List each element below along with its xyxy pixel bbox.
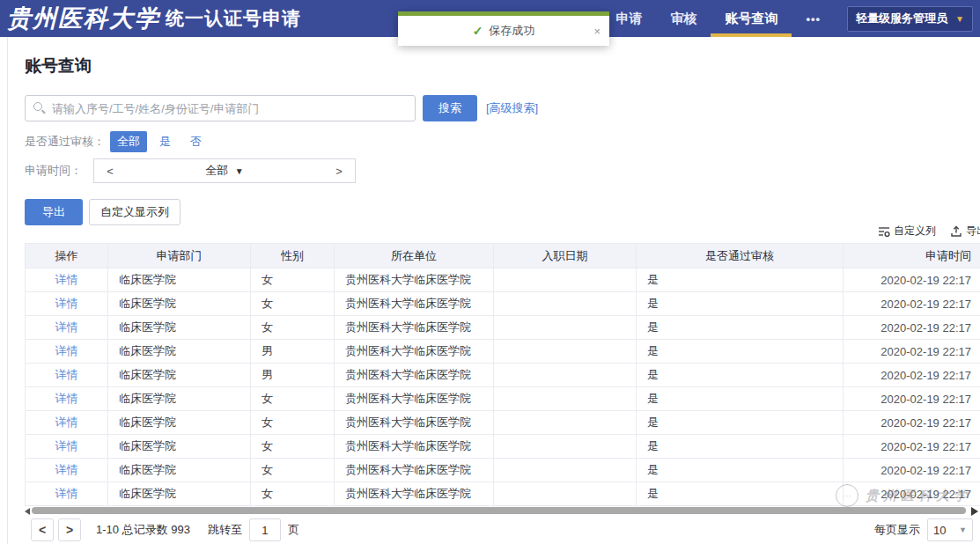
cell-audit: 是 — [637, 435, 844, 459]
column-header: 申请部门 — [108, 244, 251, 268]
detail-link[interactable]: 详情 — [55, 272, 78, 288]
column-header: 入职日期 — [494, 244, 637, 268]
user-role-dropdown[interactable]: 轻量级服务管理员 ▼ — [847, 6, 973, 32]
nav-item-apply[interactable]: 申请 — [601, 0, 656, 37]
detail-link[interactable]: 详情 — [55, 462, 78, 478]
time-value-dropdown[interactable]: 全部 ▼ — [126, 163, 323, 179]
logo: 贵州医科大学 统一认证号申请 — [7, 3, 301, 34]
table-tools: 自定义列 导出 — [864, 224, 980, 239]
cell-action: 详情 — [26, 340, 108, 364]
per-page-control: 每页显示 10 ▼ — [874, 518, 973, 542]
audit-filter-row: 是否通过审核： 全部 是 否 — [25, 131, 209, 152]
detail-link[interactable]: 详情 — [55, 296, 78, 312]
custom-columns-link[interactable]: 自定义列 — [878, 224, 936, 239]
per-page-select[interactable]: 10 ▼ — [927, 518, 973, 541]
cell-apply_time: 2020-02-19 22:17 — [844, 459, 980, 482]
cell-audit: 是 — [637, 387, 844, 411]
cell-unit: 贵州医科大学临床医学院 — [335, 411, 494, 435]
scroll-right-arrow-icon[interactable] — [971, 507, 978, 516]
detail-link[interactable]: 详情 — [55, 415, 78, 430]
time-prev-arrow[interactable]: < — [94, 165, 126, 178]
cell-action: 详情 — [26, 292, 108, 316]
cell-gender: 女 — [251, 459, 335, 482]
custom-columns-button[interactable]: 自定义显示列 — [89, 199, 181, 225]
cell-entry_date — [494, 482, 637, 506]
detail-link[interactable]: 详情 — [55, 320, 78, 335]
column-header: 操作 — [26, 244, 108, 268]
detail-link[interactable]: 详情 — [55, 438, 78, 454]
table-header-row: 操作申请部门性别所在单位入职日期是否通过审核申请时间 — [26, 244, 980, 268]
search-button[interactable]: 搜索 — [423, 95, 477, 121]
search-box — [25, 95, 416, 121]
table-row: 详情临床医学院女贵州医科大学临床医学院是2020-02-19 22:17 — [26, 482, 980, 506]
audit-option-no[interactable]: 否 — [183, 131, 209, 152]
cell-apply_time: 2020-02-19 22:17 — [844, 292, 980, 316]
per-page-value: 10 — [933, 524, 959, 537]
cell-gender: 女 — [251, 292, 335, 316]
cell-dept: 临床医学院 — [108, 316, 251, 340]
detail-link[interactable]: 详情 — [55, 367, 78, 383]
close-icon[interactable]: × — [593, 26, 601, 37]
prev-page-button[interactable]: < — [31, 518, 54, 541]
cell-unit: 贵州医科大学临床医学院 — [335, 482, 494, 506]
table-row: 详情临床医学院女贵州医科大学临床医学院是2020-02-19 22:17 — [26, 435, 980, 459]
check-icon: ✓ — [473, 24, 483, 38]
cell-audit: 是 — [637, 364, 844, 387]
next-page-button[interactable]: > — [58, 518, 81, 541]
cell-gender: 女 — [251, 387, 335, 411]
table-row: 详情临床医学院女贵州医科大学临床医学院是2020-02-19 22:17 — [26, 316, 980, 340]
app-title: 统一认证号申请 — [166, 6, 301, 31]
cell-dept: 临床医学院 — [108, 340, 251, 364]
per-page-label: 每页显示 — [874, 522, 920, 538]
nav-item-account-query[interactable]: 账号查询 — [711, 0, 792, 37]
cell-dept: 临床医学院 — [108, 292, 251, 316]
toolbar: 导出 自定义显示列 — [25, 199, 181, 225]
audit-option-all[interactable]: 全部 — [110, 131, 147, 152]
nav-item-review[interactable]: 审核 — [656, 0, 711, 37]
jump-to-label: 跳转至 — [208, 522, 242, 538]
time-value: 全部 — [205, 164, 228, 177]
cell-audit: 是 — [637, 292, 844, 316]
pagination: < > 1-10 总记录数 993 跳转至 页 — [31, 518, 299, 542]
cell-gender: 男 — [251, 340, 335, 364]
page-title: 账号查询 — [25, 55, 92, 77]
cell-unit: 贵州医科大学临床医学院 — [335, 387, 494, 411]
cell-audit: 是 — [637, 411, 844, 435]
cell-entry_date — [494, 411, 637, 435]
cell-unit: 贵州医科大学临床医学院 — [335, 364, 494, 387]
cell-entry_date — [494, 316, 637, 340]
column-header: 性别 — [251, 244, 335, 268]
scroll-left-arrow-icon[interactable] — [25, 508, 30, 515]
cell-gender: 女 — [251, 268, 335, 292]
export-button[interactable]: 导出 — [25, 199, 83, 225]
jump-page-input[interactable] — [249, 518, 281, 541]
audit-option-yes[interactable]: 是 — [152, 131, 178, 152]
chevron-down-icon: ▼ — [955, 14, 964, 24]
table-row: 详情临床医学院女贵州医科大学临床医学院是2020-02-19 22:17 — [26, 387, 980, 411]
cell-unit: 贵州医科大学临床医学院 — [335, 292, 494, 316]
cell-action: 详情 — [26, 459, 108, 482]
cell-apply_time: 2020-02-19 22:17 — [844, 435, 980, 459]
table-row: 详情临床医学院女贵州医科大学临床医学院是2020-02-19 22:17 — [26, 459, 980, 482]
cell-audit: 是 — [637, 459, 844, 482]
scrollbar-thumb[interactable] — [32, 507, 966, 514]
user-role-label: 轻量级服务管理员 — [856, 11, 947, 26]
export-link[interactable]: 导出 — [950, 224, 980, 239]
custom-columns-link-label: 自定义列 — [894, 224, 936, 239]
time-next-arrow[interactable]: > — [323, 165, 355, 178]
cell-dept: 临床医学院 — [108, 268, 251, 292]
time-filter-row: 申请时间： < 全部 ▼ > — [25, 158, 356, 183]
detail-link[interactable]: 详情 — [55, 486, 78, 502]
audit-filter-label: 是否通过审核： — [25, 134, 105, 150]
page: 贵州医科大学 统一认证号申请 申请 审核 账号查询 ••• 轻量级服务管理员 ▼… — [0, 0, 980, 544]
table-row: 详情临床医学院女贵州医科大学临床医学院是2020-02-19 22:17 — [26, 268, 980, 292]
advanced-search-link[interactable]: [高级搜索] — [486, 100, 538, 116]
cell-unit: 贵州医科大学临床医学院 — [335, 316, 494, 340]
cell-apply_time: 2020-02-19 22:17 — [844, 340, 980, 364]
cell-gender: 女 — [251, 316, 335, 340]
nav-item-more[interactable]: ••• — [792, 0, 835, 37]
column-settings-icon — [878, 225, 890, 238]
detail-link[interactable]: 详情 — [55, 343, 78, 359]
search-input[interactable] — [25, 95, 416, 121]
detail-link[interactable]: 详情 — [55, 391, 78, 407]
